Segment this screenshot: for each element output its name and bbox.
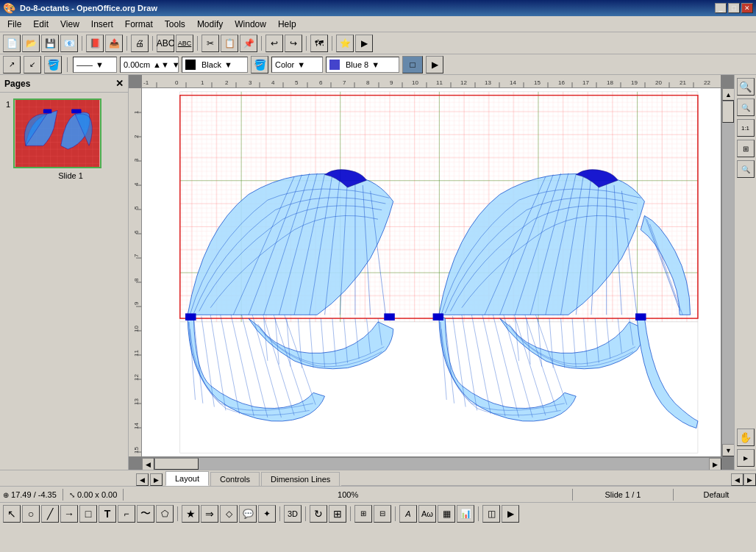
cut-button[interactable]: ✂ — [202, 35, 219, 52]
canvas-area[interactable]: -1 0 1 2 3 4 5 6 7 — [129, 75, 734, 470]
canvas-scroll-left[interactable]: ◀ — [731, 473, 743, 486]
tab-dimension-lines[interactable]: Dimension Lines — [261, 472, 340, 486]
ungroup-button[interactable]: ⊟ — [374, 505, 391, 523]
menu-tools[interactable]: Tools — [159, 18, 191, 31]
more2-button[interactable]: ▶ — [426, 56, 443, 74]
arrow-tool-button[interactable]: → — [60, 505, 78, 523]
block-arrows-button[interactable]: ⇒ — [201, 505, 218, 523]
export-button[interactable]: 📤 — [105, 35, 123, 52]
scroll-track-horizontal[interactable] — [154, 458, 709, 470]
scroll-left-button[interactable]: ◀ — [142, 458, 154, 470]
pdf-button[interactable]: 📕 — [86, 35, 104, 52]
zoom-fit-button[interactable]: ⊞ — [737, 140, 755, 157]
svg-text:7: 7 — [133, 254, 140, 257]
scroll-up-button[interactable]: ▲ — [722, 88, 734, 101]
pages-content: 1 — [0, 93, 128, 186]
zoom-in-button[interactable]: 🔍 — [737, 78, 755, 96]
auto-spell-button[interactable]: ABC — [176, 35, 193, 52]
tab-scroll-left[interactable]: ◀ — [136, 473, 149, 486]
scroll-thumb-horizontal[interactable] — [154, 458, 199, 470]
menu-view[interactable]: View — [54, 18, 85, 31]
email-button[interactable]: 📧 — [60, 35, 78, 52]
callouts-button[interactable]: 💬 — [239, 505, 257, 523]
copy-button[interactable]: 📋 — [221, 35, 238, 52]
star-shapes-button[interactable]: ★ — [182, 505, 199, 523]
slide-thumbnail-1[interactable] — [13, 98, 101, 168]
text-tool-button[interactable]: T — [99, 505, 116, 523]
ellipse-tool-button[interactable]: ○ — [22, 505, 40, 523]
tab-scroll-right[interactable]: ▶ — [150, 473, 163, 486]
more-button[interactable]: ▶ — [355, 35, 373, 52]
gallery-button[interactable]: ⭐ — [336, 35, 354, 52]
select-tool-button[interactable]: ↖ — [3, 505, 21, 523]
undo-button[interactable]: ↩ — [265, 35, 283, 52]
line-width-dropdown[interactable]: 0.00cm ▲▼ ▼ — [120, 57, 179, 73]
rotate-button[interactable]: ↻ — [310, 505, 327, 523]
area-style-button[interactable]: 🪣 — [44, 56, 62, 74]
line-color-dropdown[interactable]: Black ▼ — [182, 57, 248, 73]
print-button[interactable]: 🖨 — [131, 35, 149, 52]
line-style-button[interactable]: ↙ — [24, 56, 41, 74]
fontwork-button[interactable]: A — [399, 505, 417, 523]
line-tool-button[interactable]: ╱ — [41, 505, 59, 523]
open-button[interactable]: 📂 — [22, 35, 40, 52]
redo-button[interactable]: ↪ — [285, 35, 302, 52]
area-color-dropdown[interactable]: Blue 8 ▼ — [326, 57, 399, 73]
minimize-button[interactable]: _ — [715, 3, 727, 13]
flowchart-button[interactable]: ◇ — [220, 505, 238, 523]
pages-close-button[interactable]: ✕ — [115, 78, 124, 89]
svg-text:11: 11 — [133, 350, 140, 356]
tab-controls[interactable]: Controls — [210, 472, 260, 486]
spellcheck-button[interactable]: ABC — [157, 35, 174, 52]
align-button[interactable]: ⊞ — [329, 505, 346, 523]
zoom-object-button[interactable]: 🔍 — [737, 160, 755, 178]
save-button[interactable]: 💾 — [41, 35, 59, 52]
area-style-dropdown[interactable]: Color ▼ — [271, 57, 323, 73]
zoom-out-button[interactable]: 🔍 — [737, 98, 755, 116]
pan-button[interactable]: ✋ — [737, 429, 755, 446]
zoom-100-button[interactable]: 1:1 — [737, 119, 755, 137]
menu-modify[interactable]: Modify — [191, 18, 229, 31]
new-button[interactable]: 📄 — [3, 35, 21, 52]
sep2 — [126, 36, 127, 51]
navigator-button[interactable]: 🗺 — [310, 35, 328, 52]
symbol-shapes-button[interactable]: ✦ — [258, 505, 276, 523]
paint-bucket-button[interactable]: 🪣 — [251, 56, 268, 74]
line-style-dropdown[interactable]: ——▼ — [73, 57, 117, 73]
window-controls[interactable]: _ □ ✕ — [715, 3, 753, 13]
3d-objects-button[interactable]: 3D — [284, 505, 302, 523]
horizontal-scrollbar[interactable]: ◀ ▶ — [142, 457, 721, 470]
menu-insert[interactable]: Insert — [85, 18, 119, 31]
arrow-style-button[interactable]: ↗ — [3, 56, 21, 74]
more-bottom-button[interactable]: ▶ — [502, 505, 519, 523]
sep-bt5 — [395, 506, 396, 521]
rect-tool-button[interactable]: □ — [79, 505, 97, 523]
more-tools-button[interactable]: ▶ — [737, 449, 755, 467]
maximize-button[interactable]: □ — [728, 3, 740, 13]
scroll-right-button[interactable]: ▶ — [709, 458, 721, 470]
insert-chart-button[interactable]: 📊 — [457, 505, 474, 523]
sep3 — [152, 36, 153, 51]
shadow-toggle-button[interactable]: ◫ — [482, 505, 500, 523]
insert-special-button[interactable]: Aω — [418, 505, 436, 523]
scroll-thumb-vertical[interactable] — [722, 101, 734, 123]
menu-file[interactable]: File — [1, 18, 27, 31]
scroll-down-button[interactable]: ▼ — [722, 444, 734, 456]
vertical-scrollbar[interactable]: ▲ ▼ — [721, 88, 734, 456]
menu-window[interactable]: Window — [229, 18, 272, 31]
table-button[interactable]: ▦ — [438, 505, 455, 523]
close-button[interactable]: ✕ — [741, 3, 753, 13]
paste-button[interactable]: 📌 — [240, 35, 257, 52]
drawing-canvas[interactable] — [142, 88, 721, 456]
polygon-tool-button[interactable]: ⬠ — [156, 505, 174, 523]
connector-tool-button[interactable]: ⌐ — [118, 505, 135, 523]
menu-edit[interactable]: Edit — [27, 18, 54, 31]
menu-help[interactable]: Help — [272, 18, 302, 31]
menu-format[interactable]: Format — [119, 18, 159, 31]
curve-tool-button[interactable]: 〜 — [137, 505, 154, 523]
shadow-button[interactable]: □ — [402, 56, 423, 74]
scroll-track-vertical[interactable] — [722, 101, 734, 444]
group-button[interactable]: ⊞ — [354, 505, 372, 523]
canvas-scroll-right[interactable]: ▶ — [743, 473, 756, 486]
tab-layout[interactable]: Layout — [165, 471, 209, 486]
